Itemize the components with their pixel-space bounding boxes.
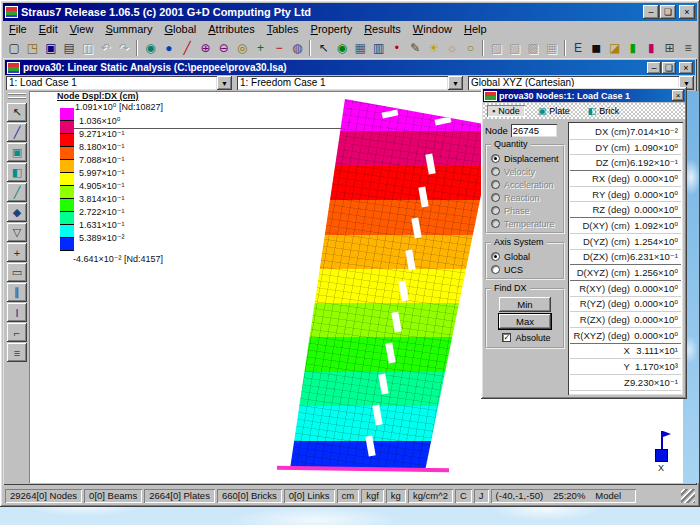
brick-tool-icon[interactable]: ◧: [7, 163, 27, 182]
new-file-icon[interactable]: ▢: [5, 39, 23, 57]
panel-titlebar[interactable]: prova30 Nodes:1: Load Case 1 ×: [483, 89, 685, 102]
zoom-window-icon[interactable]: ◎: [233, 39, 251, 57]
radio-icon[interactable]: [491, 219, 500, 228]
quantity-option-velocity[interactable]: Velocity: [488, 165, 562, 178]
radio-icon[interactable]: [491, 265, 500, 274]
model-window-titlebar[interactable]: prova30: Linear Static Analysis (C:\pepp…: [5, 60, 695, 75]
maximize-button[interactable]: ❏: [660, 5, 676, 19]
list-icon[interactable]: ≡: [679, 39, 697, 57]
select-node-tool-icon[interactable]: ▭: [7, 263, 27, 282]
node-display-icon[interactable]: •: [388, 39, 406, 57]
radio-icon[interactable]: [491, 154, 500, 163]
select-plates-icon[interactable]: ▩: [524, 39, 542, 57]
grid-icon[interactable]: ⊞: [660, 39, 678, 57]
pick-tool-icon[interactable]: ▽: [7, 223, 27, 242]
zoom-all-icon[interactable]: ◍: [288, 39, 306, 57]
select-plate-tool-icon[interactable]: I: [7, 303, 27, 322]
menu-window[interactable]: Window: [407, 23, 458, 35]
axis-option-ucs[interactable]: UCS: [488, 263, 562, 276]
menu-tables[interactable]: Tables: [261, 23, 305, 35]
radio-icon[interactable]: [491, 206, 500, 215]
menu-property[interactable]: Property: [305, 23, 359, 35]
absolute-checkbox[interactable]: ✓: [502, 333, 511, 342]
select-bricks-icon[interactable]: ▦: [542, 39, 560, 57]
light-off-icon[interactable]: ○: [461, 39, 479, 57]
select-nodes-icon[interactable]: ▨: [487, 39, 505, 57]
add-node-tool-icon[interactable]: +: [7, 243, 27, 262]
entity-plate[interactable]: ▣Plate: [533, 105, 575, 117]
groups-icon[interactable]: ◪: [605, 39, 623, 57]
select-beams-icon[interactable]: ▧: [506, 39, 524, 57]
redo-icon[interactable]: ↷: [115, 39, 133, 57]
quantity-option-reaction[interactable]: Reaction: [488, 191, 562, 204]
zoom-in-icon[interactable]: ⊕: [196, 39, 214, 57]
beam-tool-icon[interactable]: ╱: [7, 123, 27, 142]
quantity-option-temperature[interactable]: Temperature: [488, 217, 562, 230]
attach-tool-icon[interactable]: ◆: [7, 203, 27, 222]
section-tool-icon[interactable]: ≡: [7, 343, 27, 362]
find-max-button[interactable]: Max: [499, 314, 551, 329]
menu-global[interactable]: Global: [158, 23, 202, 35]
main-titlebar[interactable]: Straus7 Release 1.06.5 (c) 2001 G+D Comp…: [3, 3, 697, 21]
select-arrow-icon[interactable]: ↖: [314, 39, 332, 57]
menu-view[interactable]: View: [64, 23, 100, 35]
child-restore-button[interactable]: ❏: [662, 62, 676, 74]
freedom-case-value[interactable]: 1: Freedom Case 1: [237, 76, 448, 90]
quantity-option-acceleration[interactable]: Acceleration: [488, 178, 562, 191]
entity-brick[interactable]: ◧Brick: [583, 105, 625, 117]
light-dim-icon[interactable]: ☼: [443, 39, 461, 57]
radio-icon[interactable]: [491, 180, 500, 189]
child-close-button[interactable]: ×: [679, 62, 693, 74]
radio-icon[interactable]: [491, 193, 500, 202]
radio-icon[interactable]: [491, 252, 500, 261]
select-beam-tool-icon[interactable]: ∥: [7, 283, 27, 302]
legend-colors-icon[interactable]: ▮: [624, 39, 642, 57]
chevron-down-icon[interactable]: ▼: [217, 76, 232, 90]
load-case-value[interactable]: 1: Load Case 1: [6, 76, 217, 90]
scale-up-icon[interactable]: +: [251, 39, 269, 57]
pointer-tool-icon[interactable]: ↖: [7, 103, 27, 122]
menu-results[interactable]: Results: [358, 23, 407, 35]
entity-node[interactable]: ▪Node: [487, 105, 525, 117]
print-icon[interactable]: ▤: [60, 39, 78, 57]
menu-help[interactable]: Help: [458, 23, 493, 35]
save-icon[interactable]: ▣: [42, 39, 60, 57]
find-min-button[interactable]: Min: [499, 297, 551, 312]
corner-tool-icon[interactable]: ⌐: [7, 323, 27, 342]
freedom-case-combo[interactable]: 1: Freedom Case 1 ▼: [237, 76, 463, 90]
hidden-line-icon[interactable]: ▥: [369, 39, 387, 57]
menu-file[interactable]: File: [3, 23, 33, 35]
quantity-option-displacement[interactable]: Displacement: [488, 152, 562, 165]
close-button[interactable]: ×: [679, 5, 695, 19]
panel-close-button[interactable]: ×: [672, 90, 684, 101]
quantity-option-phase[interactable]: Phase: [488, 204, 562, 217]
load-case-combo[interactable]: 1: Load Case 1 ▼: [6, 76, 232, 90]
menu-attributes[interactable]: Attributes: [202, 23, 260, 35]
node-number-input[interactable]: [511, 124, 557, 137]
open-file-icon[interactable]: ◳: [23, 39, 41, 57]
resize-grip[interactable]: [681, 489, 695, 503]
minimize-button[interactable]: –: [643, 5, 659, 19]
edit-pencil-icon[interactable]: ✎: [406, 39, 424, 57]
axis-option-global[interactable]: Global: [488, 250, 562, 263]
view-globe-icon[interactable]: ◉: [333, 39, 351, 57]
cut-plane-icon[interactable]: ╱: [178, 39, 196, 57]
child-minimize-button[interactable]: –: [647, 62, 661, 74]
light-on-icon[interactable]: ☀: [424, 39, 442, 57]
scale-down-icon[interactable]: −: [270, 39, 288, 57]
print-preview-icon[interactable]: ◫: [78, 39, 96, 57]
contrast-icon[interactable]: ◼: [587, 39, 605, 57]
rotate-view-icon[interactable]: ●: [160, 39, 178, 57]
chevron-down-icon[interactable]: ▼: [448, 76, 463, 90]
menu-edit[interactable]: Edit: [33, 23, 64, 35]
results-bar-icon[interactable]: ▮: [642, 39, 660, 57]
entity-display-icon[interactable]: ▦: [351, 39, 369, 57]
absolute-option[interactable]: ✓ Absolute: [499, 331, 550, 344]
undo-icon[interactable]: ↶: [97, 39, 115, 57]
entity-toggles-icon[interactable]: E: [569, 39, 587, 57]
link-tool-icon[interactable]: ╱: [7, 183, 27, 202]
menu-summary[interactable]: Summary: [99, 23, 158, 35]
dynamic-view-icon[interactable]: ◉: [141, 39, 159, 57]
zoom-out-icon[interactable]: ⊖: [215, 39, 233, 57]
radio-icon[interactable]: [491, 167, 500, 176]
